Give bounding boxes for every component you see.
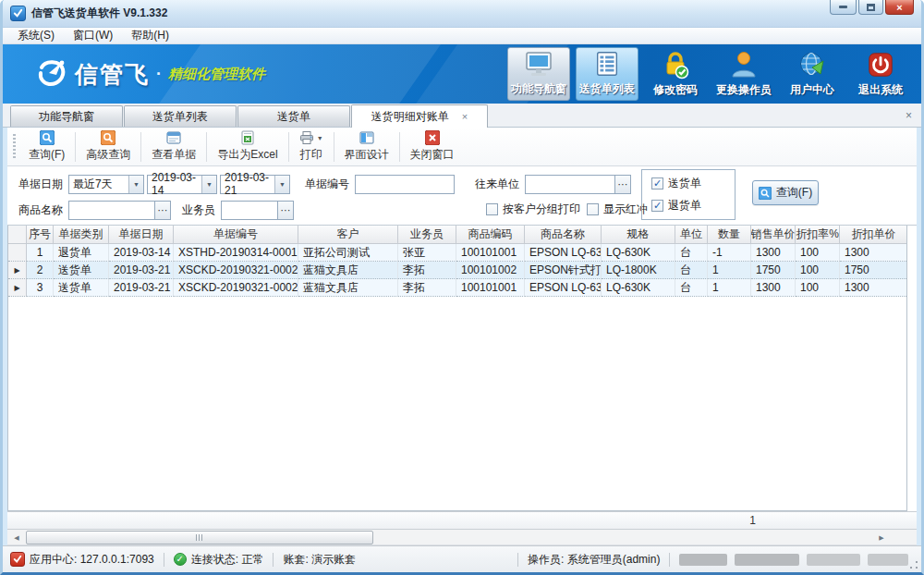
tab-bar: 功能导航窗 送货单列表 送货单 送货明细对账单 × × xyxy=(3,104,921,128)
title-bar: 信管飞送货单软件 V9.1.332 × xyxy=(3,0,921,28)
horizontal-scrollbar[interactable]: ◀ ▶ xyxy=(7,530,917,545)
partner-picker-button[interactable]: ⋯ xyxy=(615,175,631,194)
print-dropdown-icon[interactable]: ▼ xyxy=(317,135,323,141)
doc-no-input[interactable] xyxy=(355,175,455,194)
close-button[interactable]: × xyxy=(885,0,914,15)
power-icon xyxy=(867,49,894,80)
print-button[interactable]: ▼ 打印 xyxy=(291,129,332,165)
column-header[interactable]: 单据编号 xyxy=(174,226,298,243)
view-document-button[interactable]: 查看单据 xyxy=(143,129,204,165)
connection-status: ✓ 连接状态: 正常 xyxy=(174,552,264,568)
checkbox-checked: ✓ xyxy=(651,200,663,212)
menu-help[interactable]: 帮助(H) xyxy=(122,27,178,44)
export-excel-button[interactable]: 导出为Excel xyxy=(209,129,286,165)
account-set-status: 账套: 演示账套 xyxy=(283,552,356,568)
user-center-button[interactable]: 用户中心 xyxy=(781,47,844,101)
scrollbar-grip xyxy=(196,534,204,541)
menu-window[interactable]: 窗口(W) xyxy=(64,27,122,44)
product-picker-button[interactable]: ⋯ xyxy=(155,201,171,220)
ui-design-button[interactable]: 界面设计 xyxy=(336,129,397,165)
brand-logo-icon xyxy=(36,58,67,90)
date-range-select[interactable]: 最近7天 ▼ xyxy=(68,175,144,194)
column-header[interactable]: 数量 xyxy=(708,226,751,243)
menu-system[interactable]: 系统(S) xyxy=(8,27,64,44)
grid-header-row: 序号 单据类别 单据日期 单据编号 客户 业务员 商品编码 商品名称 规格 单位… xyxy=(8,226,907,244)
tab-delivery-list[interactable]: 送货单列表 xyxy=(124,105,237,127)
monitor-icon xyxy=(524,48,553,80)
operator-status: 操作员: 系统管理员(admin) xyxy=(528,552,660,568)
partner-input[interactable] xyxy=(525,175,615,194)
chevron-down-icon[interactable]: ▼ xyxy=(274,176,289,193)
exit-system-button[interactable]: 退出系统 xyxy=(849,47,912,101)
row-selector[interactable]: ▶ xyxy=(8,279,27,297)
menu-bar: 系统(S) 窗口(W) 帮助(H) xyxy=(3,28,921,44)
date-from-select[interactable]: 2019-03-14 ▼ xyxy=(147,175,217,194)
resize-grip[interactable] xyxy=(909,560,918,569)
column-header[interactable]: 规格 xyxy=(602,226,675,243)
table-row[interactable]: 1 退货单 2019-03-14 XSTHD-20190314-0001 亚拓公… xyxy=(8,244,907,262)
doc-type-group: ✓ 送货单 ✓ 退货单 xyxy=(641,169,736,220)
tab-nav-window[interactable]: 功能导航窗 xyxy=(10,105,123,127)
layout-icon xyxy=(359,130,374,145)
switch-operator-button[interactable]: 更换操作员 xyxy=(712,47,775,101)
app-logo-icon xyxy=(10,6,26,21)
close-window-icon xyxy=(425,130,440,145)
grid-empty-area xyxy=(8,297,906,510)
column-header[interactable]: 折扣率% xyxy=(796,226,840,243)
column-header[interactable]: 商品编码 xyxy=(456,226,525,243)
column-header[interactable]: 业务员 xyxy=(398,226,456,243)
scroll-left-icon[interactable]: ◀ xyxy=(9,531,24,544)
change-password-button[interactable]: 修改密码 xyxy=(644,47,707,101)
column-header[interactable]: 单位 xyxy=(675,226,708,243)
column-header[interactable]: 销售单价 xyxy=(751,226,796,243)
column-header[interactable]: 折扣单价 xyxy=(840,226,907,243)
advanced-query-button[interactable]: 高级查询 xyxy=(78,129,139,165)
chevron-down-icon[interactable]: ▼ xyxy=(201,176,216,193)
column-header[interactable]: 商品名称 xyxy=(525,226,602,243)
nav-window-button[interactable]: 功能导航窗 xyxy=(507,47,570,101)
row-selector[interactable] xyxy=(8,244,27,262)
column-header[interactable]: 单据类别 xyxy=(54,226,109,243)
column-header[interactable]: 单据日期 xyxy=(109,226,174,243)
toolbar-grip[interactable] xyxy=(13,134,16,160)
globe-icon xyxy=(797,49,827,80)
brand-name: 信管飞 xyxy=(75,59,150,90)
list-icon xyxy=(593,48,621,80)
group-print-checkbox[interactable]: 按客户分组打印 xyxy=(486,202,580,217)
tab-delivery-order[interactable]: 送货单 xyxy=(237,105,350,127)
row-selector[interactable]: ▶ xyxy=(8,262,27,279)
show-red-checkbox[interactable]: 显示红冲 xyxy=(587,202,648,217)
data-grid: 序号 单据类别 单据日期 单据编号 客户 业务员 商品编码 商品名称 规格 单位… xyxy=(7,226,907,511)
chevron-down-icon[interactable]: ▼ xyxy=(128,176,143,193)
lock-icon xyxy=(661,49,690,80)
table-row[interactable]: ▶ 2 送货单 2019-03-21 XSCKD-20190321-0002 蓝… xyxy=(8,262,907,279)
delivery-list-button[interactable]: 送货单列表 xyxy=(576,47,638,101)
tabbar-close-icon[interactable]: × xyxy=(906,109,912,122)
search-icon xyxy=(40,130,55,145)
scrollbar-thumb[interactable] xyxy=(26,531,373,544)
salesman-label: 业务员 xyxy=(182,202,215,218)
salesman-picker-button[interactable]: ⋯ xyxy=(278,201,294,220)
product-input[interactable] xyxy=(68,201,155,220)
scroll-right-icon[interactable]: ▶ xyxy=(874,531,889,544)
query-button[interactable]: 查询(F) xyxy=(20,129,73,165)
delivery-type-checkbox[interactable]: ✓ 送货单 xyxy=(651,176,735,191)
column-header[interactable]: 序号 xyxy=(27,226,54,243)
table-row[interactable]: ▶ 3 送货单 2019-03-21 XSCKD-20190321-0002 蓝… xyxy=(8,279,907,297)
column-header[interactable]: 客户 xyxy=(298,226,398,243)
close-window-button[interactable]: 关闭窗口 xyxy=(402,129,463,165)
toolbar: 查询(F) 高级查询 查看单据 导出为Excel xyxy=(7,128,917,166)
tab-delivery-detail-statement[interactable]: 送货明细对账单 × xyxy=(351,104,488,128)
tab-content: 查询(F) 高级查询 查看单据 导出为Excel xyxy=(3,128,921,545)
quantity-total: 1 xyxy=(743,514,756,527)
search-icon xyxy=(759,187,772,200)
search-button[interactable]: 查询(F) xyxy=(752,180,819,205)
minimize-button[interactable] xyxy=(830,0,857,15)
date-to-select[interactable]: 2019-03-21 ▼ xyxy=(220,175,290,194)
advanced-search-icon xyxy=(101,130,116,145)
salesman-input[interactable] xyxy=(221,201,278,220)
maximize-button[interactable] xyxy=(858,0,883,15)
return-type-checkbox[interactable]: ✓ 退货单 xyxy=(651,198,735,214)
printer-icon xyxy=(299,130,314,145)
tab-close-icon[interactable]: × xyxy=(462,111,468,122)
